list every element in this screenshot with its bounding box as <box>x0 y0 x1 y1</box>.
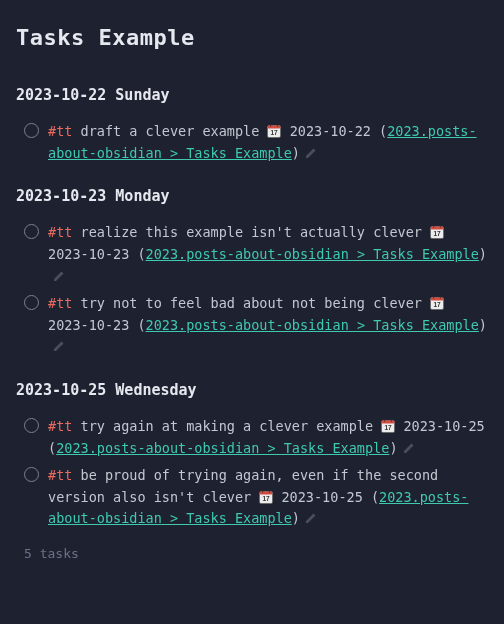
svg-rect-12 <box>433 297 434 299</box>
task-groups: 2023-10-22 Sunday#tt draft a clever exam… <box>16 83 488 530</box>
svg-rect-6 <box>431 227 444 230</box>
svg-text:17: 17 <box>263 495 271 502</box>
task-date: 2023-10-22 <box>290 123 371 139</box>
task-date: 2023-10-23 <box>48 317 129 333</box>
svg-rect-22 <box>262 490 263 492</box>
task-row: #tt draft a clever example 17 2023-10-22… <box>24 121 488 164</box>
svg-rect-8 <box>440 226 441 228</box>
svg-rect-17 <box>384 419 385 421</box>
page-title: Tasks Example <box>16 20 488 55</box>
svg-rect-21 <box>260 491 273 494</box>
group-heading: 2023-10-23 Monday <box>16 184 488 208</box>
svg-rect-16 <box>382 420 395 423</box>
task-date: 2023-10-25 <box>281 489 362 505</box>
pencil-icon[interactable] <box>304 511 318 525</box>
task-tag[interactable]: #tt <box>48 295 72 311</box>
task-text: realize this example isn't actually clev… <box>81 224 422 240</box>
group-heading: 2023-10-25 Wednesday <box>16 378 488 402</box>
svg-text:17: 17 <box>385 424 393 431</box>
calendar-icon: 17 <box>381 419 395 433</box>
calendar-icon: 17 <box>430 225 444 239</box>
task-row: #tt be proud of trying again, even if th… <box>24 465 488 530</box>
task-checkbox[interactable] <box>24 467 39 482</box>
task-date: 2023-10-23 <box>48 246 129 262</box>
task-text: try again at making a clever example <box>81 418 374 434</box>
calendar-icon: 17 <box>267 124 281 138</box>
task-count-footer: 5 tasks <box>24 544 488 565</box>
task-date: 2023-10-25 <box>403 418 484 434</box>
svg-rect-13 <box>440 297 441 299</box>
task-checkbox[interactable] <box>24 123 39 138</box>
svg-rect-11 <box>431 298 444 301</box>
svg-rect-23 <box>269 490 270 492</box>
pencil-icon[interactable] <box>52 269 66 283</box>
svg-rect-1 <box>268 126 281 129</box>
task-text: draft a clever example <box>81 123 260 139</box>
task-tag[interactable]: #tt <box>48 467 72 483</box>
task-row: #tt realize this example isn't actually … <box>24 222 488 287</box>
svg-text:17: 17 <box>433 301 441 308</box>
svg-rect-3 <box>277 125 278 127</box>
task-checkbox[interactable] <box>24 418 39 433</box>
task-tag[interactable]: #tt <box>48 224 72 240</box>
svg-text:17: 17 <box>433 231 441 238</box>
svg-text:17: 17 <box>271 129 279 136</box>
task-tag[interactable]: #tt <box>48 418 72 434</box>
task-tag[interactable]: #tt <box>48 123 72 139</box>
task-checkbox[interactable] <box>24 224 39 239</box>
svg-rect-2 <box>270 125 271 127</box>
calendar-icon: 17 <box>430 296 444 310</box>
pencil-icon[interactable] <box>304 146 318 160</box>
task-source-link[interactable]: 2023.posts-about-obsidian > Tasks Exampl… <box>146 246 479 262</box>
pencil-icon[interactable] <box>402 441 416 455</box>
task-row: #tt try not to feel bad about not being … <box>24 293 488 358</box>
svg-rect-18 <box>391 419 392 421</box>
task-checkbox[interactable] <box>24 295 39 310</box>
calendar-icon: 17 <box>259 490 273 504</box>
svg-rect-7 <box>433 226 434 228</box>
task-text: try not to feel bad about not being clev… <box>81 295 422 311</box>
task-source-link[interactable]: 2023.posts-about-obsidian > Tasks Exampl… <box>146 317 479 333</box>
task-row: #tt try again at making a clever example… <box>24 416 488 459</box>
pencil-icon[interactable] <box>52 339 66 353</box>
group-heading: 2023-10-22 Sunday <box>16 83 488 107</box>
task-source-link[interactable]: 2023.posts-about-obsidian > Tasks Exampl… <box>56 440 389 456</box>
